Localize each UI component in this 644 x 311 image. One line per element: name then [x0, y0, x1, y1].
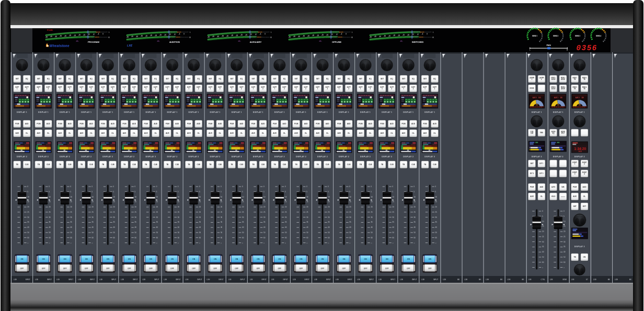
svg-text:0356: 0356 — [577, 44, 597, 52]
svg-text:PROGRAM: PROGRAM — [88, 41, 99, 43]
svg-text:AUDITION: AUDITION — [169, 41, 180, 43]
svg-text:ITU-585: ITU-585 — [47, 29, 53, 31]
svg-text:SEND 1: SEND 1 — [532, 35, 538, 37]
svg-text:SWITCHED: SWITCHED — [412, 41, 423, 43]
svg-text:LXE: LXE — [127, 44, 133, 47]
svg-text:SEND 2: SEND 2 — [553, 35, 559, 37]
svg-text:PAN: PAN — [546, 44, 550, 47]
svg-text:OFFLINE: OFFLINE — [332, 41, 341, 43]
svg-text:SEND 4: SEND 4 — [596, 35, 602, 37]
svg-text:AUXILIARY: AUXILIARY — [250, 41, 262, 43]
svg-text:Wheatstone: Wheatstone — [50, 44, 70, 48]
svg-text:SEND 3: SEND 3 — [575, 35, 581, 37]
